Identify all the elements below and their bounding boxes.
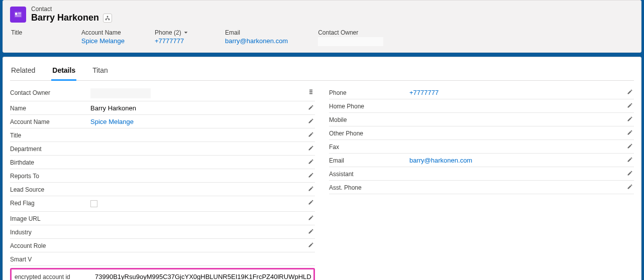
field-value xyxy=(90,158,315,159)
field-label: encrypted account id xyxy=(15,272,95,280)
left-field-1: NameBarry Harkonen xyxy=(10,101,315,115)
highlighted-field: encrypted account id73990B1yRsu9oyM995C3… xyxy=(10,268,315,280)
hl-owner-value xyxy=(318,37,383,46)
pencil-icon[interactable] xyxy=(308,241,315,248)
svg-rect-2 xyxy=(18,13,21,13)
svg-rect-3 xyxy=(18,14,21,14)
pencil-icon[interactable] xyxy=(308,130,315,137)
field-label: Account Role xyxy=(10,241,90,249)
svg-rect-5 xyxy=(107,16,109,17)
field-label: Title xyxy=(10,131,90,139)
svg-rect-8 xyxy=(108,17,108,18)
right-field-2: Mobile xyxy=(329,113,634,126)
field-label: Birthdate xyxy=(10,158,90,166)
field-value xyxy=(409,183,634,184)
pencil-icon[interactable] xyxy=(308,214,315,221)
tabs: Related Details Titan xyxy=(10,57,634,81)
hl-phone-label: Phone (2) xyxy=(155,29,181,36)
pencil-icon[interactable] xyxy=(627,88,634,95)
field-label: Contact Owner xyxy=(10,88,90,96)
highlights-panel: Title Account Name Spice Melange Phone (… xyxy=(10,29,634,46)
pencil-icon[interactable] xyxy=(308,144,315,151)
field-value[interactable]: +7777777 xyxy=(409,88,634,96)
pencil-icon[interactable] xyxy=(627,142,634,149)
field-label: Department xyxy=(10,145,90,153)
left-column: Contact OwnerNameBarry HarkonenAccount N… xyxy=(10,86,315,280)
svg-rect-14 xyxy=(309,93,312,94)
right-field-4: Fax xyxy=(329,140,634,154)
record-name: Barry Harkonen xyxy=(31,13,99,23)
field-label: Phone xyxy=(329,88,409,96)
hl-phone-value[interactable]: +7777777 xyxy=(155,37,195,45)
left-field-6: Reports To xyxy=(10,169,315,183)
field-label: Fax xyxy=(329,143,409,151)
hl-account-value[interactable]: Spice Melange xyxy=(81,37,125,45)
pencil-icon[interactable] xyxy=(308,158,315,165)
hl-account-label: Account Name xyxy=(81,29,125,36)
hl-owner-label: Contact Owner xyxy=(318,29,383,36)
field-label: Asst. Phone xyxy=(329,183,409,191)
field-value xyxy=(409,170,634,170)
pencil-icon[interactable] xyxy=(627,156,634,163)
svg-rect-9 xyxy=(106,18,110,19)
left-field-3: Title xyxy=(10,128,315,142)
tab-titan[interactable]: Titan xyxy=(91,62,109,80)
left-field-10: Industry xyxy=(10,225,315,239)
right-field-7: Asst. Phone xyxy=(329,181,634,194)
left-field-4: Department xyxy=(10,142,315,156)
field-label: Smart V xyxy=(10,255,90,263)
record-header: Contact Barry Harkonen Title Account Nam… xyxy=(3,0,641,53)
pencil-icon[interactable] xyxy=(308,171,315,178)
field-label: Assistant xyxy=(329,170,409,178)
pencil-icon[interactable] xyxy=(308,117,315,124)
pencil-icon[interactable] xyxy=(627,183,634,190)
object-label: Contact xyxy=(31,6,112,13)
left-field-9: Image URL xyxy=(10,212,315,225)
chevron-down-icon[interactable] xyxy=(183,30,188,35)
field-label: Image URL xyxy=(10,214,90,222)
pencil-icon[interactable] xyxy=(627,169,634,176)
hierarchy-button[interactable] xyxy=(103,14,112,23)
field-label: Industry xyxy=(10,228,90,236)
svg-rect-7 xyxy=(109,19,110,20)
pencil-icon[interactable] xyxy=(627,101,634,108)
field-value xyxy=(90,214,315,215)
pencil-icon[interactable] xyxy=(308,185,315,192)
left-field-11: Account Role xyxy=(10,239,315,252)
pencil-icon[interactable] xyxy=(308,198,315,205)
right-field-1: Home Phone xyxy=(329,99,634,113)
field-value[interactable]: barry@harkonen.com xyxy=(409,156,634,164)
tab-details[interactable]: Details xyxy=(51,62,76,81)
svg-rect-12 xyxy=(309,90,312,91)
field-label: Home Phone xyxy=(329,102,409,110)
svg-rect-6 xyxy=(105,19,107,20)
svg-rect-10 xyxy=(106,18,106,19)
svg-rect-11 xyxy=(109,18,110,19)
right-field-5: Emailbarry@harkonen.com xyxy=(329,154,634,167)
change-owner-icon[interactable] xyxy=(308,88,315,95)
pencil-icon[interactable] xyxy=(627,115,634,122)
tab-related[interactable]: Related xyxy=(10,62,36,80)
field-value xyxy=(90,131,315,131)
field-value xyxy=(90,241,315,242)
field-value xyxy=(409,129,634,129)
pencil-icon[interactable] xyxy=(308,227,315,234)
pencil-icon[interactable] xyxy=(627,128,634,135)
left-field-5: Birthdate xyxy=(10,156,315,169)
pencil-icon[interactable] xyxy=(308,103,315,110)
field-value xyxy=(90,88,151,98)
left-field-2: Account NameSpice Melange xyxy=(10,115,315,128)
hl-email-value[interactable]: barry@harkonen.com xyxy=(225,37,288,45)
field-value xyxy=(90,145,315,145)
main-card: Related Details Titan Contact OwnerNameB… xyxy=(3,57,641,280)
field-label: Red Flag xyxy=(10,199,90,207)
field-label: Name xyxy=(10,104,90,112)
right-field-0: Phone+7777777 xyxy=(329,86,634,99)
checkbox-icon[interactable] xyxy=(90,200,97,207)
field-value xyxy=(90,255,315,255)
field-value xyxy=(90,185,315,186)
field-value xyxy=(90,172,315,172)
field-value[interactable]: Spice Melange xyxy=(90,117,315,125)
field-label: Reports To xyxy=(10,172,90,180)
left-field-8: Red Flag xyxy=(10,196,315,212)
